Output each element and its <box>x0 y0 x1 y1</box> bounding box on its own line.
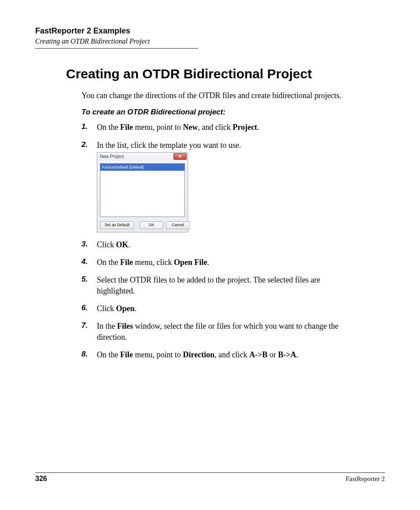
step-text: Select the OTDR files to be added to the… <box>97 275 320 295</box>
new-project-dialog: New Project FactoryDefault (Default) <box>97 152 188 232</box>
step-number: 5. <box>81 275 88 285</box>
section-title: Creating an OTDR Bidirectional Project <box>35 37 385 45</box>
ok-button[interactable]: OK <box>140 221 163 229</box>
set-as-default-button[interactable]: Set as Default <box>100 221 134 229</box>
step-text: In the Files window, select the file or … <box>97 322 339 341</box>
step-text: In the list, click the template you want… <box>97 141 241 150</box>
template-list-item[interactable]: FactoryDefault (Default) <box>100 164 184 171</box>
close-button[interactable] <box>173 153 187 160</box>
close-icon <box>178 154 182 158</box>
step-text: On the File menu, point to Direction, an… <box>97 350 298 359</box>
step-1: 1. On the File menu, point to New, and c… <box>81 122 358 132</box>
page-title: Creating an OTDR Bidirectional Project <box>66 66 385 81</box>
dialog-titlebar: New Project <box>97 153 188 161</box>
page-footer: 326 FastReporter 2 <box>35 472 385 483</box>
step-7: 7. In the Files window, select the file … <box>81 321 358 342</box>
step-8: 8. On the File menu, point to Direction,… <box>81 349 358 360</box>
procedure-heading: To create an OTDR Bidirectional project: <box>81 108 385 117</box>
step-6: 6. Click Open. <box>81 303 358 314</box>
step-5: 5. Select the OTDR files to be added to … <box>81 275 358 296</box>
step-number: 4. <box>81 257 88 267</box>
product-name: FastReporter 2 <box>346 475 385 483</box>
step-number: 6. <box>81 303 88 313</box>
step-4: 4. On the File menu, click Open File. <box>81 257 358 268</box>
dialog-button-row: Set as Default OK Cancel <box>97 220 188 232</box>
footer-divider <box>35 472 385 473</box>
new-project-dialog-figure: New Project FactoryDefault (Default) <box>97 152 358 232</box>
step-text: Click Open. <box>97 304 136 313</box>
step-number: 8. <box>81 349 88 360</box>
step-3: 3. Click OK. <box>81 239 358 250</box>
page-header: FastReporter 2 Examples Creating an OTDR… <box>35 26 385 49</box>
chapter-title: FastReporter 2 Examples <box>35 26 385 36</box>
step-text: On the File menu, click Open File. <box>97 258 209 267</box>
page-number: 326 <box>35 475 47 483</box>
step-number: 1. <box>81 122 88 132</box>
step-number: 3. <box>81 239 88 249</box>
intro-paragraph: You can change the directions of the OTD… <box>81 90 358 101</box>
dialog-title: New Project <box>100 154 124 160</box>
procedure-steps: 1. On the File menu, point to New, and c… <box>81 122 358 360</box>
step-number: 7. <box>81 321 88 331</box>
step-text: Click OK. <box>97 240 130 249</box>
header-divider <box>35 48 198 49</box>
step-2: 2. In the list, click the template you w… <box>81 140 358 232</box>
step-number: 2. <box>81 140 88 150</box>
document-page: FastReporter 2 Examples Creating an OTDR… <box>0 0 420 510</box>
cancel-button[interactable]: Cancel <box>166 221 190 229</box>
step-text: On the File menu, point to New, and clic… <box>97 123 259 132</box>
dialog-body: FactoryDefault (Default) <box>97 161 188 220</box>
template-list[interactable]: FactoryDefault (Default) <box>100 163 185 217</box>
